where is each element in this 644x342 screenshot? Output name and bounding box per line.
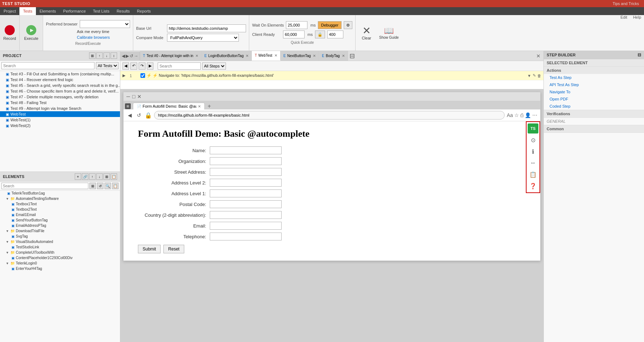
tab-body-tag[interactable]: E BodyTag ✕ — [319, 51, 348, 61]
elem-svg-tag[interactable]: ▣ SvgTag — [0, 234, 120, 239]
elem-telerik-test-button[interactable]: ▣ TelerikTestButton1ag — [0, 191, 120, 196]
form-input-telephone[interactable] — [210, 233, 282, 240]
calibrate-link[interactable]: Calibrate browsers — [77, 35, 110, 39]
ft-btn-5[interactable]: ❓ — [528, 181, 538, 191]
project-icon-btn-1[interactable]: ⊞ — [89, 52, 96, 59]
elem-test-studio-link[interactable]: ▣ TestStudioLink — [0, 244, 120, 250]
tab-webtest-close[interactable]: ✕ — [274, 53, 277, 57]
step-undo-btn[interactable]: ↶ — [130, 62, 137, 70]
record-button[interactable]: Record — [0, 15, 20, 51]
browser-address-bar[interactable] — [154, 111, 505, 120]
panel-close-btn[interactable]: ✕ — [533, 53, 543, 59]
test-item-6[interactable]: ▣ Test #6 - Choose specific item from a … — [0, 88, 120, 94]
project-search-input[interactable] — [1, 62, 94, 69]
ft-btn-3[interactable]: ↔ — [528, 158, 538, 168]
browser-minimize-btn[interactable]: ─ — [126, 94, 130, 99]
elem-icon-btn-6[interactable]: 📋 — [111, 173, 117, 180]
step-forward-btn[interactable]: ▶ — [147, 62, 153, 70]
tab-nav-back[interactable]: ◀ — [122, 53, 125, 58]
form-input-email[interactable] — [210, 222, 282, 230]
test-item-8[interactable]: ▣ Test #8 - Failing Test — [0, 100, 120, 106]
elem-toolbar-btn-2[interactable]: ↺ — [97, 183, 103, 189]
elem-email1[interactable]: ▣ Email1Email — [0, 212, 120, 217]
test-item-4[interactable]: ▣ Test #4 - Recover element find logic — [0, 77, 120, 83]
browser-add-tab[interactable]: + — [205, 103, 213, 109]
tab-webtest[interactable]: T WebTest ✕ — [252, 51, 281, 61]
tab-body-tag-close[interactable]: ✕ — [342, 54, 345, 58]
form-input-level2[interactable] — [210, 179, 282, 187]
step-back-btn[interactable]: ◀ — [122, 62, 129, 70]
elem-toolbar-btn-4[interactable]: 📋 — [112, 183, 119, 189]
step-delete-icon[interactable]: 🗑 — [537, 74, 541, 78]
elem-complete-ui[interactable]: ▼ 📁 CompleteUIToolboxWith — [0, 250, 120, 255]
form-input-postal[interactable] — [210, 200, 282, 208]
menu-elements[interactable]: Elements — [36, 7, 60, 15]
project-icon-btn-2[interactable]: ↑ — [96, 52, 103, 59]
lock-icon-btn[interactable]: 🔒 — [315, 31, 325, 38]
browser-profile-icon[interactable]: 👤 — [525, 112, 531, 118]
preferred-browser-select[interactable] — [80, 20, 130, 28]
form-input-level1[interactable] — [210, 189, 282, 197]
test-item-webtest1[interactable]: ▣ WebTest(1) — [0, 117, 120, 123]
form-input-street[interactable] — [210, 168, 282, 176]
clear-button[interactable]: ✕ Clear — [356, 15, 377, 51]
step-search-input[interactable] — [158, 62, 201, 70]
test-item-3[interactable]: ▣ Test #3 - Fill Out and Submitting a fo… — [0, 71, 120, 77]
form-input-country[interactable] — [210, 211, 282, 219]
debugger-button[interactable]: Debugger — [318, 21, 342, 29]
zoom-input[interactable] — [327, 31, 343, 38]
sb-test-as-step[interactable]: Test As Step — [544, 74, 644, 81]
base-url-input[interactable] — [167, 24, 246, 32]
elem-send-button[interactable]: ▣ SendYourButtonTag — [0, 217, 120, 223]
tab-next-button[interactable]: E NextButtonTag ✕ — [281, 51, 319, 61]
browser-share-icon[interactable]: ⎙ — [520, 112, 523, 118]
elem-email-address-p[interactable]: ▣ EmailAddressPTag — [0, 223, 120, 228]
show-guide-button[interactable]: 📖 Show Guide — [377, 15, 400, 51]
sb-api-test-as-step[interactable]: API Test As Step — [544, 81, 644, 88]
step-check-1[interactable] — [140, 73, 145, 78]
wait-elements-input[interactable] — [286, 21, 307, 29]
elem-icon-btn-1[interactable]: + — [75, 173, 81, 180]
step-builder-collapse[interactable]: ⊟ — [638, 52, 641, 57]
browser-star-icon[interactable]: ☆ — [514, 112, 519, 118]
elem-icon-btn-4[interactable]: ↓ — [96, 173, 103, 180]
step-dropdown-icon[interactable]: ▼ — [527, 74, 531, 78]
compare-mode-select[interactable]: FullPathAndQuery — [167, 34, 239, 42]
elem-download-trial[interactable]: ▼ 📁 DownloadTrialFile — [0, 228, 120, 234]
menu-tests[interactable]: Tests — [19, 7, 36, 15]
test-item-5[interactable]: ▣ Test #5 - Search a grid, verify specif… — [0, 83, 120, 88]
settings-icon-btn[interactable]: ⚙ — [344, 21, 352, 29]
test-item-7[interactable]: ▣ Test #7 - Delete multiple messages, ve… — [0, 94, 120, 100]
browser-reader-icon[interactable]: Aa — [507, 112, 513, 118]
elem-enter-your-h4[interactable]: ▣ EnterYourH4Tag — [0, 266, 120, 271]
elem-toolbar-btn-3[interactable]: 🔍 — [105, 183, 111, 189]
project-icon-btn-3[interactable]: ↓ — [103, 52, 110, 59]
client-ready-input[interactable] — [283, 31, 305, 38]
browser-back-btn[interactable]: ◀ — [126, 112, 133, 119]
tab-collapse-btn[interactable]: ⊟ — [348, 52, 356, 60]
test-item-9[interactable]: ▣ Test #9 - Attempt login via Image Sear… — [0, 106, 120, 111]
tab-test0[interactable]: T Test #0 - Attempt login with invalid c… — [140, 51, 201, 61]
ft-btn-1[interactable]: ⊙ — [528, 135, 538, 145]
menu-project[interactable]: Project — [0, 7, 19, 15]
menu-reports[interactable]: Reports — [133, 7, 154, 15]
browser-refresh-btn[interactable]: ↺ — [135, 112, 143, 119]
execute-button[interactable]: Execute — [20, 15, 43, 51]
sb-open-pdf[interactable]: Open PDF — [544, 95, 644, 103]
menu-performance[interactable]: Performance — [60, 7, 89, 15]
tab-nav-extra[interactable]: → — [134, 53, 138, 58]
elem-icon-btn-2[interactable]: 🔗 — [82, 173, 88, 180]
step-filter-select[interactable]: All Steps — [202, 62, 226, 70]
elem-automated-testing[interactable]: ▼ 📁 AutomatedTestingSoftware — [0, 196, 120, 201]
elem-telerik-login[interactable]: ▼ 📁 TelerikLogin0 — [0, 261, 120, 266]
project-filter-select[interactable]: All Tests — [96, 62, 119, 69]
test-item-webtest2[interactable]: ▣ WebTest(2) — [0, 123, 120, 128]
ft-ts-button[interactable]: TS — [528, 123, 538, 133]
tab-next-button-close[interactable]: ✕ — [313, 54, 316, 58]
elem-icon-btn-5[interactable]: ⊞ — [103, 173, 110, 180]
ft-btn-4[interactable]: 📋 — [528, 169, 538, 179]
sb-coded-step[interactable]: Coded Step — [544, 103, 644, 110]
step-redo-btn[interactable]: ↷ — [139, 62, 145, 70]
browser-more-icon[interactable]: ⋯ — [532, 112, 537, 118]
form-reset-btn[interactable]: Reset — [163, 245, 184, 253]
